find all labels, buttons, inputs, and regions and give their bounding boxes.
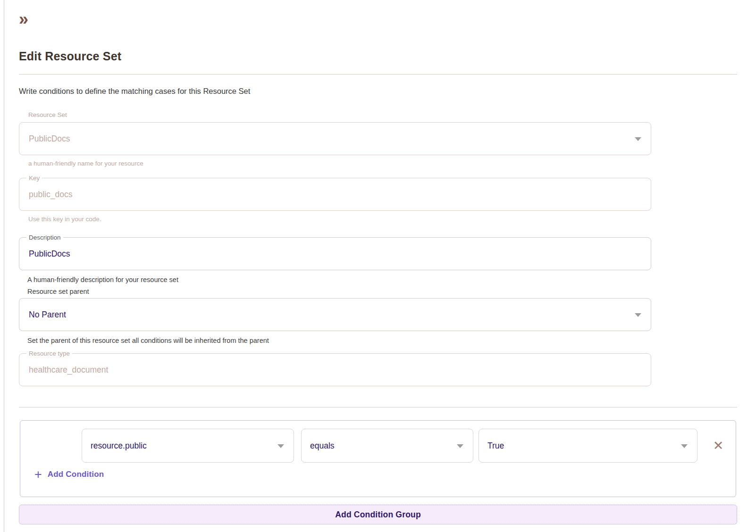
condition-value-value: True — [487, 441, 504, 451]
key-input[interactable]: Key public_docs — [19, 178, 651, 211]
condition-attribute-select[interactable]: resource.public — [82, 429, 294, 463]
chevron-down-icon — [681, 444, 688, 448]
chevron-down-icon — [277, 444, 284, 448]
resource-set-helper: a human-friendly name for your resource — [28, 160, 738, 167]
page-title: Edit Resource Set — [19, 49, 738, 63]
resource-set-label: Resource Set — [28, 111, 738, 119]
key-helper: Use this key in your code. — [28, 216, 738, 223]
description-label: Description — [26, 233, 63, 241]
resource-set-select[interactable]: PublicDocs — [19, 122, 651, 155]
condition-group: resource.public equals True ✕ + Add Cond… — [20, 420, 736, 497]
chevron-down-icon — [635, 137, 641, 141]
remove-condition-button[interactable]: ✕ — [709, 436, 728, 455]
add-condition-label: Add Condition — [48, 470, 104, 479]
condition-operator-value: equals — [310, 441, 335, 451]
add-condition-button[interactable]: + Add Condition — [34, 469, 736, 480]
parent-label: Resource set parent — [27, 288, 738, 296]
resource-type-value: healthcare_document — [29, 365, 108, 375]
header-divider — [19, 74, 737, 75]
page-description: Write conditions to define the matching … — [19, 86, 738, 96]
chevron-down-icon — [457, 444, 463, 448]
edit-resource-set-panel: » Edit Resource Set Write conditions to … — [19, 0, 738, 524]
collapse-panel-button[interactable]: » — [19, 10, 38, 28]
description-input[interactable]: Description PublicDocs — [19, 237, 651, 270]
resource-type-label: Resource type — [26, 349, 72, 357]
parent-select[interactable]: No Parent — [19, 298, 651, 331]
conditions-section-divider — [19, 407, 737, 407]
condition-attribute-value: resource.public — [91, 441, 147, 451]
resource-type-input[interactable]: Resource type healthcare_document — [19, 353, 651, 386]
description-helper: A human-friendly description for your re… — [27, 276, 738, 284]
add-condition-group-label: Add Condition Group — [335, 510, 421, 520]
description-value: PublicDocs — [29, 249, 70, 259]
close-x-icon: ✕ — [713, 440, 724, 452]
plus-icon: + — [34, 469, 42, 480]
add-condition-group-button[interactable]: Add Condition Group — [19, 505, 737, 524]
parent-value: No Parent — [29, 310, 66, 320]
condition-row: resource.public equals True ✕ — [82, 429, 736, 463]
key-label: Key — [26, 174, 42, 182]
parent-helper: Set the parent of this resource set all … — [27, 337, 738, 345]
resource-set-value: PublicDocs — [29, 134, 70, 144]
key-value: public_docs — [29, 190, 72, 200]
panel-edge-divider — [4, 0, 4, 532]
condition-operator-select[interactable]: equals — [301, 429, 473, 463]
chevron-down-icon — [635, 313, 641, 317]
chevron-double-right-icon: » — [19, 9, 27, 29]
condition-value-select[interactable]: True — [479, 429, 697, 463]
